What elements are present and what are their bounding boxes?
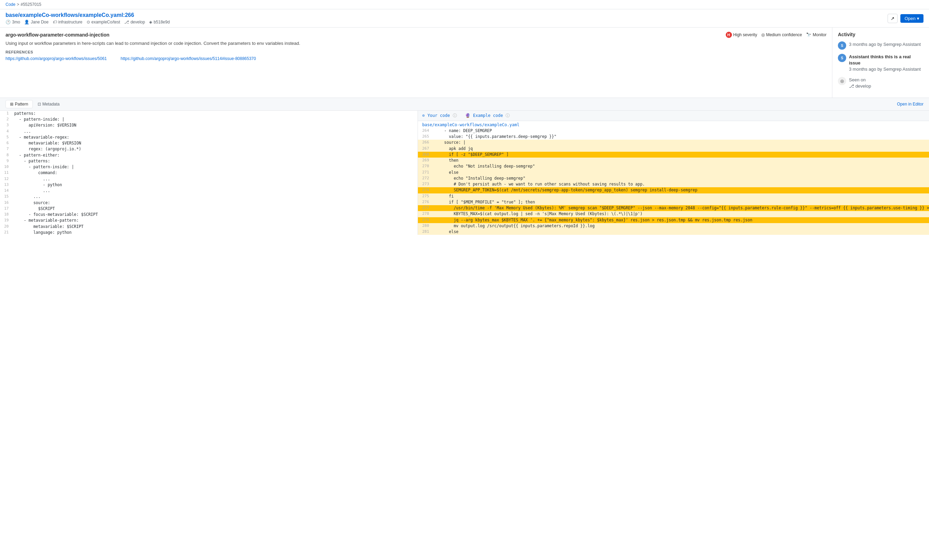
branch-ref-icon: ⎇: [849, 83, 854, 89]
line-code: SEMGREP_APP_TOKEN=$(cat /mnt/secrets/sem…: [432, 187, 929, 193]
line-code: then: [432, 158, 929, 164]
severity-label: High severity: [733, 32, 757, 37]
line-code: - focus-metavariable: $SCRIPT: [11, 212, 418, 217]
line-number: 269: [418, 158, 432, 164]
tab-metadata[interactable]: ⊡ Metadata: [34, 100, 64, 108]
semgrep-assistant-icon-1: S: [838, 41, 846, 50]
line-code: patterns:: [11, 111, 418, 116]
your-code-line: 267 apk add jq: [418, 146, 929, 152]
header-left: base/exampleCo-workflows/exampleCo.yaml:…: [6, 12, 888, 24]
alert-section: argo-workflow-parameter-command-injectio…: [0, 28, 832, 98]
line-number: 276: [418, 199, 432, 205]
pattern-line: 15 ...: [0, 194, 418, 200]
pattern-line: 12 ...: [0, 176, 418, 182]
meta-tag: 🏷 infrastructure: [53, 20, 83, 24]
line-number: 5: [0, 135, 11, 140]
your-code-circle: ⊙: [422, 113, 425, 118]
your-code-line: 275 fi: [418, 193, 929, 199]
your-code-panel: ⊙ Your code ⓘ 🔮 Example code ⓘ base/exam…: [418, 111, 929, 235]
pattern-line: 10 - pattern-inside: |: [0, 164, 418, 170]
your-code-line: 270 echo "Not installing deep-semgrep": [418, 164, 929, 169]
pattern-line: 17 $SCRIPT: [0, 206, 418, 212]
semgrep-assistant-icon-2: S: [838, 54, 846, 62]
line-number: 8: [0, 152, 11, 158]
line-code: KBYTES_MAX=$(cat output.log | sed -n 's|…: [432, 211, 929, 217]
line-number: 272: [418, 176, 432, 181]
line-code: - pattern-inside: |: [11, 164, 418, 170]
line-code: # Don't persist auth - we want to run ot…: [432, 181, 929, 187]
your-code-line: 265 value: "{{ inputs.parameters.deep-se…: [418, 134, 929, 140]
reference-link-1[interactable]: https://github.com/argoproj/argo-workflo…: [6, 56, 107, 61]
confidence-label: Medium confidence: [766, 32, 802, 37]
line-code: ...: [11, 188, 418, 194]
meta-commit: ◈ b518e9d: [149, 20, 170, 24]
breadcrumb-issue-id: #55257015: [21, 2, 41, 7]
your-code-line: 266 source: |: [418, 140, 929, 145]
line-code: else: [432, 170, 929, 176]
reference-link-2[interactable]: https://github.com/argoproj/argo-workflo…: [120, 56, 256, 61]
line-code: $SCRIPT: [11, 206, 418, 212]
activity-text-1: 3 months ago by Semgrep Assistant: [849, 41, 921, 50]
open-editor-link[interactable]: Open in Editor: [897, 102, 923, 107]
your-code-line: 279 jq --arg kbytes_max $KBYTES_MAX '. +…: [418, 217, 929, 223]
pattern-line: 3 apiVersion: $VERSION: [0, 122, 418, 128]
line-code: echo "Installing deep-semgrep": [432, 176, 929, 181]
breadcrumb-separator: >: [17, 2, 19, 7]
code-panels: 1patterns:2 - pattern-inside: |3 apiVers…: [0, 111, 929, 235]
your-code-line: 276 if [ "$MEM_PROFILE" = "true" ]; then: [418, 199, 929, 205]
line-number: 274: [418, 187, 432, 193]
line-code: ...: [11, 176, 418, 182]
line-number: 12: [0, 176, 11, 182]
pattern-panel: 1patterns:2 - pattern-inside: |3 apiVers…: [0, 111, 418, 235]
pattern-line: 16 source:: [0, 200, 418, 206]
clock-icon: 🕐: [6, 20, 11, 24]
line-number: 273: [418, 181, 432, 187]
line-code: - name: DEEP_SEMGREP: [432, 128, 929, 134]
pattern-line: 9 - patterns:: [0, 158, 418, 164]
header-meta: 🕐 3mo 👤 Jane Doe 🏷 infrastructure ⊙ exam…: [6, 20, 888, 24]
confidence-badge: ◎ Medium confidence: [761, 32, 802, 37]
line-code: source:: [11, 200, 418, 206]
meta-author: 👤 Jane Doe: [24, 20, 48, 24]
activity-item-3: ◎ Seen on ⎇ develop: [838, 77, 923, 89]
line-code: - pattern-either:: [11, 152, 418, 158]
severity-badge: H High severity: [726, 32, 757, 38]
line-code: command:: [11, 170, 418, 176]
line-number: 265: [418, 134, 432, 140]
share-button[interactable]: ↗: [888, 14, 898, 23]
your-code-line: 274 SEMGREP_APP_TOKEN=$(cat /mnt/secrets…: [418, 187, 929, 193]
line-number: 18: [0, 212, 11, 217]
monitor-icon: 🔭: [806, 32, 811, 37]
your-code-label: Your code: [428, 113, 450, 118]
line-number: 10: [0, 164, 11, 170]
pattern-line: 21 language: python: [0, 230, 418, 235]
line-number: 268: [418, 152, 432, 158]
line-number: 280: [418, 223, 432, 229]
line-number: 275: [418, 193, 432, 199]
tab-pattern[interactable]: ⊞ Pattern: [6, 100, 33, 108]
line-code: /usr/bin/time -f 'Max Memory Used (Kbyte…: [432, 205, 929, 211]
activity-item-1: S 3 months ago by Semgrep Assistant: [838, 41, 923, 50]
open-button[interactable]: Open ▾: [900, 14, 923, 23]
line-code: - metavariable-pattern:: [11, 217, 418, 223]
pattern-line: 1patterns:: [0, 111, 418, 116]
pattern-line: 20 metavariable: $SCRIPT: [0, 224, 418, 230]
tabs: ⊞ Pattern ⊡ Metadata: [6, 100, 64, 108]
line-number: 20: [0, 224, 11, 230]
references-label: REFERENCES: [6, 50, 826, 54]
line-number: 11: [0, 170, 11, 176]
line-code: language: python: [11, 230, 418, 235]
tab-bar: ⊞ Pattern ⊡ Metadata Open in Editor: [0, 98, 929, 111]
pattern-code-table: 1patterns:2 - pattern-inside: |3 apiVers…: [0, 111, 418, 235]
pattern-line: 14 ...: [0, 188, 418, 194]
your-code-line: 271 else: [418, 170, 929, 176]
breadcrumb-code-link[interactable]: Code: [6, 2, 15, 7]
pattern-line: 7 regex: (argoproj.io.*): [0, 146, 418, 152]
line-code: value: "{{ inputs.parameters.deep-semgre…: [432, 134, 929, 140]
line-number: 270: [418, 164, 432, 169]
your-code-line: 264 - name: DEEP_SEMGREP: [418, 128, 929, 134]
line-code: if [ "$MEM_PROFILE" = "true" ]; then: [432, 199, 929, 205]
commit-icon: ◈: [149, 20, 152, 24]
line-number: 279: [418, 217, 432, 223]
pattern-line: 6 metavariable: $VERSION: [0, 140, 418, 146]
